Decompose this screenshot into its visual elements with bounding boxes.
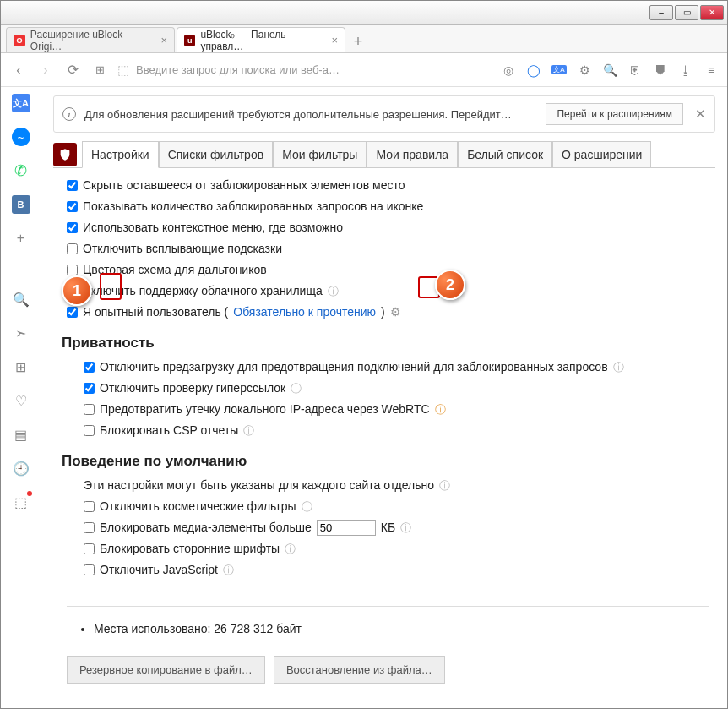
opera-vpn-icon[interactable]: ◯ — [526, 63, 541, 78]
setting-advanced-user: Я опытный пользователь (Обязательно к пр… — [67, 302, 709, 323]
translate-icon[interactable]: 文A — [551, 63, 567, 78]
info-icon[interactable]: ⓘ — [613, 359, 624, 376]
checkbox-cosmetic-filters[interactable] — [84, 501, 95, 512]
sidebar-translate-icon[interactable]: 文A — [12, 94, 30, 112]
privacy-webrtc: Предотвратить утечку локального IP-адрес… — [84, 399, 709, 420]
ublock-tab-my-rules[interactable]: Мои правила — [367, 141, 458, 167]
info-icon[interactable]: ⓘ — [285, 541, 296, 558]
behavior-block-media: Блокировать медиа-элементы больше КБ ⓘ — [84, 517, 709, 538]
setting-hide-placeholders: Скрыть оставшееся от заблокированных эле… — [67, 175, 709, 196]
toolbar-right-icons: ◎ ◯ 文A ⚙ 🔍 ⛨ ⛊ ⭳ ≡ — [501, 63, 719, 78]
ublock-icon: u — [184, 35, 195, 46]
setting-label: Блокировать сторонние шрифты — [100, 540, 280, 558]
ublock-tab-filter-lists[interactable]: Списки фильтров — [159, 141, 273, 167]
window-minimize-button[interactable]: – — [649, 5, 673, 20]
window-close-button[interactable]: ✕ — [700, 5, 724, 20]
search-icon[interactable]: 🔍 — [602, 63, 617, 78]
setting-show-count: Показывать количество заблокированных за… — [67, 196, 709, 217]
sidebar-news-icon[interactable]: ▤ — [12, 425, 30, 444]
privacy-heading: Приватность — [62, 335, 709, 352]
sidebar-history-icon[interactable]: 🕘 — [12, 459, 30, 477]
info-icon[interactable]: ⓘ — [400, 520, 411, 537]
setting-label: Отключить предзагрузку для предотвращени… — [100, 358, 608, 376]
opera-sidebar: 文A ~ ✆ B + 🔍 ➣ ⊞ ♡ ▤ 🕘 ⬚ — [1, 87, 41, 708]
sidebar-flow-icon[interactable]: ➣ — [12, 324, 30, 342]
checkbox-csp-reports[interactable] — [84, 425, 95, 436]
info-icon[interactable]: ⓘ — [439, 477, 450, 494]
ublock-tab-my-filters[interactable]: Мои фильтры — [273, 141, 367, 167]
tab-close-icon[interactable]: × — [160, 34, 167, 46]
sidebar-vk-icon[interactable]: B — [12, 195, 30, 214]
setting-color-blind: Цветовая схема для дальтоников — [67, 259, 709, 281]
downloads-icon[interactable]: ⭳ — [678, 63, 693, 78]
ublock-tab-whitelist[interactable]: Белый список — [458, 141, 552, 167]
sidebar-speeddial-icon[interactable]: ⊞ — [12, 357, 30, 376]
settings-gear-icon[interactable]: ⚙ — [577, 63, 592, 78]
info-icon[interactable]: ⓘ — [243, 423, 254, 439]
address-bar[interactable]: ⬚ Введите запрос для поиска или веб-а… — [117, 63, 492, 78]
checkbox-disable-tooltips[interactable] — [67, 243, 78, 254]
checkbox-block-media[interactable] — [84, 522, 95, 533]
setting-label-post: ) — [381, 303, 385, 321]
checkbox-disable-hyperlink-audit[interactable] — [84, 383, 95, 394]
address-placeholder: Введите запрос для поиска или веб-а… — [136, 63, 340, 76]
tab-close-icon[interactable]: × — [331, 34, 338, 46]
privacy-csp-reports: Блокировать CSP отчеты ⓘ — [84, 420, 709, 441]
setting-label: Отключить всплывающие подсказки — [83, 240, 282, 258]
info-icon[interactable]: ⓘ — [223, 562, 234, 579]
setting-label: Включить поддержку облачного хранилища — [83, 282, 323, 300]
info-icon[interactable]: ⓘ — [328, 283, 339, 300]
checkbox-color-blind[interactable] — [67, 265, 78, 275]
checkbox-block-fonts[interactable] — [84, 543, 95, 554]
behavior-cosmetic-filters: Отключить косметические фильтры ⓘ — [84, 496, 709, 517]
info-icon[interactable]: ⓘ — [291, 380, 302, 397]
checkbox-show-count[interactable] — [67, 201, 78, 212]
tab-label: Расширение uBlock Origi… — [30, 29, 156, 52]
setting-label: Скрыть оставшееся от заблокированных эле… — [83, 177, 405, 194]
setting-label-pre: Блокировать медиа-элементы больше — [100, 519, 312, 537]
checkbox-webrtc[interactable] — [84, 404, 95, 415]
sidebar-whatsapp-icon[interactable]: ✆ — [12, 161, 30, 180]
forward-button[interactable]: › — [36, 61, 55, 79]
info-icon[interactable]: ⓘ — [302, 499, 312, 515]
sidebar-extensions-icon[interactable]: ⬚ — [12, 493, 30, 511]
info-icon[interactable]: ⓘ — [435, 401, 446, 418]
setting-context-menu: Использовать контекстное меню, где возмо… — [67, 217, 709, 238]
storage-used-text: Места использовано: 26 728 312 байт — [94, 622, 709, 635]
checkbox-context-menu[interactable] — [67, 222, 78, 233]
snapshot-icon[interactable]: ◎ — [501, 63, 516, 78]
speed-dial-button[interactable]: ⊞ — [90, 61, 109, 79]
ublock-tab-about[interactable]: О расширении — [552, 141, 651, 167]
advanced-user-link[interactable]: Обязательно к прочтению — [233, 303, 376, 321]
ublock-shield-icon[interactable]: ⛊ — [653, 63, 668, 78]
media-size-input[interactable] — [317, 520, 376, 536]
restore-button[interactable]: Восстановление из файла… — [274, 656, 445, 684]
reload-button[interactable]: ⟳ — [63, 61, 82, 79]
menu-icon[interactable]: ≡ — [704, 63, 719, 78]
ublock-tab-settings[interactable]: Настройки — [82, 141, 159, 168]
tab-ublock-dashboard[interactable]: u uBlock₀ — Панель управл… × — [177, 27, 345, 52]
go-to-extensions-button[interactable]: Перейти к расширениям — [546, 103, 683, 125]
back-button[interactable]: ‹ — [9, 61, 28, 79]
setting-disable-tooltips: Отключить всплывающие подсказки — [67, 238, 709, 259]
setting-label: Отключить проверку гиперссылок — [100, 379, 285, 397]
sidebar-search-icon[interactable]: 🔍 — [12, 290, 30, 308]
window-maximize-button[interactable]: ▭ — [675, 5, 698, 20]
notification-text: Для обновления расширений требуются допо… — [84, 108, 537, 121]
checkbox-disable-js[interactable] — [84, 564, 95, 575]
checkbox-disable-prefetch[interactable] — [84, 362, 95, 373]
checkbox-advanced-user[interactable] — [67, 307, 78, 318]
tab-ublock-extension[interactable]: O Расширение uBlock Origi… × — [6, 27, 175, 52]
sidebar-bookmarks-icon[interactable]: ♡ — [12, 391, 30, 410]
page-content: i Для обновления расширений требуются до… — [41, 87, 727, 708]
advanced-settings-gear-icon[interactable]: ⚙ — [390, 303, 401, 321]
browser-tabs-bar: O Расширение uBlock Origi… × u uBlock₀ —… — [1, 25, 727, 53]
backup-button[interactable]: Резервное копирование в файл… — [67, 656, 265, 684]
extension-icon: ⬚ — [117, 63, 129, 78]
sidebar-add-icon[interactable]: + — [12, 229, 30, 248]
notification-close-icon[interactable]: ✕ — [695, 106, 706, 122]
sidebar-messenger-icon[interactable]: ~ — [12, 128, 30, 146]
new-tab-button[interactable]: + — [347, 30, 369, 52]
checkbox-hide-placeholders[interactable] — [67, 180, 78, 191]
adblock-icon[interactable]: ⛨ — [627, 63, 643, 78]
